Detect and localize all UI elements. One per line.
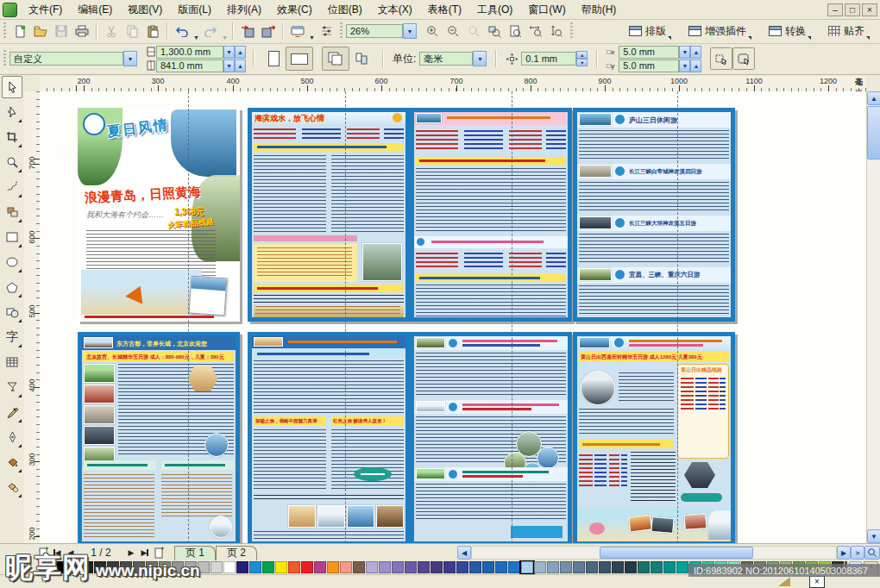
zoom-to-width-button[interactable]	[525, 21, 546, 41]
paper-preset-dropdown[interactable]: ▼	[123, 51, 137, 66]
paper-height-input[interactable]: 841.0 mm	[156, 59, 223, 72]
color-swatch[interactable]	[651, 561, 663, 573]
vertical-scroll-thumb[interactable]	[867, 106, 880, 160]
portrait-button[interactable]	[261, 47, 286, 71]
color-swatch[interactable]	[379, 561, 391, 573]
menu-arrange[interactable]: 排列(A)	[219, 0, 269, 20]
smart-fill-tool[interactable]	[2, 201, 22, 223]
color-swatch[interactable]	[573, 561, 585, 573]
import-button[interactable]	[237, 21, 258, 41]
close-button[interactable]: ×	[862, 3, 877, 16]
ruler-origin-corner[interactable]	[24, 76, 41, 92]
dup-y-up[interactable]: ▲	[690, 59, 701, 72]
redo-dropdown[interactable]: ▼	[221, 22, 229, 41]
zoom-to-height-button[interactable]	[546, 21, 567, 41]
hscroll-right-button[interactable]: ▶	[837, 546, 851, 560]
units-combo[interactable]: 毫米	[419, 52, 473, 66]
menu-view[interactable]: 视图(V)	[120, 0, 170, 20]
color-swatch[interactable]	[508, 561, 520, 573]
first-page-button[interactable]: ◀	[50, 546, 64, 560]
color-swatch[interactable]	[340, 561, 352, 573]
pan-nav-button[interactable]: >	[851, 546, 864, 560]
horizontal-scroll-thumb[interactable]	[600, 547, 753, 559]
options-button[interactable]	[316, 21, 336, 41]
new-document-button[interactable]	[9, 21, 30, 41]
document-page-1[interactable]: 夏日风情 浪漫青岛，日照黄海 我和大海有个约会…… 1,368元 火车精品线路	[78, 108, 240, 322]
save-button[interactable]	[51, 21, 72, 41]
guideline[interactable]	[677, 91, 678, 543]
horizontal-scrollbar[interactable]	[471, 546, 837, 560]
marquee-select-button[interactable]	[732, 47, 755, 70]
text-tool[interactable]: 字	[2, 326, 22, 348]
color-swatch[interactable]	[676, 561, 688, 573]
dup-x-up[interactable]: ▲	[690, 46, 701, 59]
color-swatch[interactable]	[431, 561, 443, 573]
snap-button[interactable]: 贴齐	[823, 22, 870, 41]
nudge-distance-input[interactable]: 0.1 mm	[521, 52, 576, 66]
color-swatch[interactable]	[443, 561, 456, 573]
scroll-down-button[interactable]: ▼	[867, 529, 880, 543]
toolbar-drag-handle[interactable]	[3, 22, 6, 40]
vertical-scrollbar[interactable]: ▲ ▼	[866, 91, 880, 543]
landscape-button[interactable]	[286, 47, 313, 71]
polygon-tool[interactable]	[2, 276, 22, 298]
color-swatch[interactable]	[198, 561, 210, 573]
zoom-to-all-button[interactable]	[484, 21, 505, 41]
tab-page-2[interactable]: 页 2	[216, 546, 257, 560]
color-swatch[interactable]	[288, 561, 300, 573]
menu-edit[interactable]: 编辑(E)	[70, 0, 120, 20]
color-swatch[interactable]	[392, 561, 404, 573]
guideline[interactable]	[345, 91, 346, 543]
paste-button[interactable]	[142, 21, 163, 41]
table-tool[interactable]	[2, 351, 22, 373]
paper-width-input[interactable]: 1,300.0 mm	[156, 46, 223, 59]
color-swatch[interactable]	[366, 561, 378, 573]
color-swatch[interactable]	[625, 561, 637, 573]
document-page-5[interactable]: 东方古都，世界长城，北京欢迎您 北京故宫、长城精华五日游 成人：880-980元…	[78, 332, 240, 543]
application-launcher-button[interactable]	[287, 21, 308, 41]
color-swatch[interactable]	[534, 561, 546, 573]
scroll-up-button[interactable]: ▲	[867, 91, 880, 105]
document-page-4[interactable]: 庐山三日休闲游 长江三峡白帝城神农溪四日游 长江三峡大坝神农溪五日游 宜昌、三峡…	[573, 108, 735, 322]
menu-table[interactable]: 表格(T)	[420, 0, 469, 20]
document-page-3[interactable]	[410, 108, 572, 322]
color-swatch[interactable]	[418, 561, 430, 573]
redo-button[interactable]	[200, 21, 221, 41]
zoom-toolbar-handle[interactable]	[340, 22, 343, 40]
copy-button[interactable]	[122, 21, 142, 41]
next-page-button[interactable]: ▶	[124, 546, 138, 560]
color-swatch[interactable]	[172, 561, 184, 573]
color-swatch[interactable]	[456, 561, 468, 573]
document-page-6[interactable]: 探秘之旅，领略中国魅力真谛 红色之旅 解读伟人故里！	[248, 332, 410, 543]
guideline[interactable]	[512, 91, 512, 543]
color-swatch[interactable]	[560, 561, 572, 573]
export-button[interactable]	[258, 21, 279, 41]
paper-preset-combo[interactable]: 自定义	[9, 52, 123, 66]
current-page-button[interactable]	[349, 47, 374, 71]
menu-help[interactable]: 帮助(H)	[574, 0, 625, 20]
menu-window[interactable]: 窗口(W)	[520, 0, 573, 20]
add-page-end-button[interactable]	[152, 546, 166, 560]
application-launcher-dropdown[interactable]: ▼	[308, 22, 316, 41]
color-swatch[interactable]	[638, 561, 650, 573]
color-swatch[interactable]	[262, 561, 274, 573]
menu-text[interactable]: 文本(X)	[370, 0, 420, 20]
open-button[interactable]	[30, 21, 51, 41]
fill-tool[interactable]	[2, 451, 22, 473]
nudge-spinner[interactable]: ▲▼	[576, 51, 588, 66]
color-swatch[interactable]	[68, 561, 80, 573]
color-swatch[interactable]	[547, 561, 559, 573]
horizontal-ruler[interactable]: 200 300 400 500 600 700 800 900 1000 110…	[40, 76, 866, 92]
zoom-in-button[interactable]	[422, 21, 443, 41]
color-swatch[interactable]	[236, 561, 248, 573]
menu-layout[interactable]: 版面(L)	[170, 0, 219, 20]
add-page-start-button[interactable]	[36, 546, 50, 560]
freehand-tool[interactable]	[2, 176, 22, 198]
zoom-level-input[interactable]: 26%	[346, 24, 403, 38]
zoom-tool[interactable]	[2, 151, 22, 173]
color-swatch[interactable]	[185, 561, 197, 573]
last-page-button[interactable]: ▶	[138, 546, 152, 560]
color-swatch[interactable]	[211, 561, 223, 573]
paper-width-down[interactable]: ▼	[223, 46, 235, 59]
print-button[interactable]	[72, 21, 92, 41]
